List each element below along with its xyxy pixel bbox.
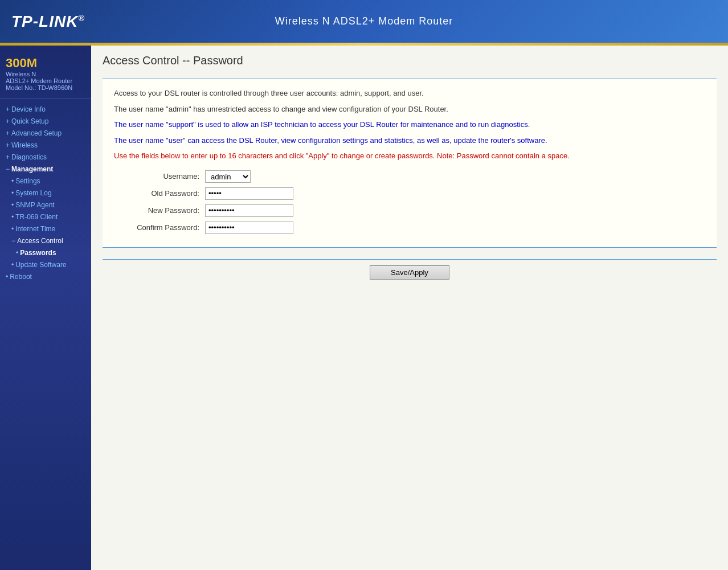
model-main: 300M <box>6 56 85 71</box>
model-sub1: Wireless N <box>6 71 85 77</box>
model-no: Model No.: TD-W8960N <box>6 84 85 91</box>
content-box: Access to your DSL router is controlled … <box>103 79 717 248</box>
confirm-password-row: Confirm Password: <box>114 222 705 234</box>
sidebar-item-internet-time[interactable]: •Internet Time <box>0 223 91 235</box>
sidebar-item-access-control[interactable]: −Access Control <box>0 235 91 247</box>
confirm-password-input[interactable] <box>205 222 293 234</box>
header-title: Wireless N ADSL2+ Modem Router <box>275 15 453 27</box>
sidebar-item-wireless[interactable]: +Wireless <box>0 139 91 151</box>
info-line-1: Access to your DSL router is controlled … <box>114 88 705 99</box>
page-title: Access Control -- Password <box>103 54 717 72</box>
confirm-password-label: Confirm Password: <box>114 223 205 232</box>
username-row: Username: admin support user <box>114 170 705 183</box>
sidebar-brand: 300M Wireless N ADSL2+ Modem Router Mode… <box>0 51 91 99</box>
logo: TP-LINK® <box>0 13 85 31</box>
sidebar: 300M Wireless N ADSL2+ Modem Router Mode… <box>0 46 91 570</box>
sidebar-item-advanced-setup[interactable]: +Advanced Setup <box>0 127 91 139</box>
button-row: Save/Apply <box>103 259 717 280</box>
old-password-row: Old Password: <box>114 187 705 200</box>
info-line-3: The user name "support" is used to allow… <box>114 119 705 130</box>
sidebar-item-update-software[interactable]: •Update Software <box>0 259 91 270</box>
header: TP-LINK® Wireless N ADSL2+ Modem Router <box>0 0 728 43</box>
old-password-label: Old Password: <box>114 189 205 198</box>
model-sub2: ADSL2+ Modem Router <box>6 77 85 84</box>
sidebar-item-tr069-client[interactable]: •TR-069 Client <box>0 211 91 223</box>
sidebar-item-reboot[interactable]: •Reboot <box>0 270 91 282</box>
sidebar-item-snmp-agent[interactable]: •SNMP Agent <box>0 199 91 211</box>
new-password-row: New Password: <box>114 204 705 217</box>
sidebar-item-diagnostics[interactable]: +Diagnostics <box>0 151 91 163</box>
info-line-5: Use the fields below to enter up to 16 c… <box>114 150 705 162</box>
sidebar-item-passwords[interactable]: •Passwords <box>0 247 91 259</box>
sidebar-item-device-info[interactable]: +Device Info <box>0 103 91 115</box>
old-password-input[interactable] <box>205 187 293 200</box>
info-line-4: The user name "user" can access the DSL … <box>114 135 705 146</box>
username-label: Username: <box>114 172 205 181</box>
sidebar-item-system-log[interactable]: •System Log <box>0 187 91 199</box>
save-apply-button[interactable]: Save/Apply <box>370 265 449 280</box>
main-content: Access Control -- Password Access to you… <box>91 46 728 570</box>
new-password-input[interactable] <box>205 204 293 217</box>
sidebar-item-quick-setup[interactable]: +Quick Setup <box>0 115 91 127</box>
sidebar-item-settings[interactable]: •Settings <box>0 175 91 187</box>
sidebar-item-management[interactable]: −Management <box>0 163 91 175</box>
password-form: Username: admin support user Old Passwor… <box>114 170 705 234</box>
username-select[interactable]: admin support user <box>205 170 251 183</box>
new-password-label: New Password: <box>114 206 205 215</box>
info-line-2: The user name "admin" has unrestricted a… <box>114 104 705 115</box>
